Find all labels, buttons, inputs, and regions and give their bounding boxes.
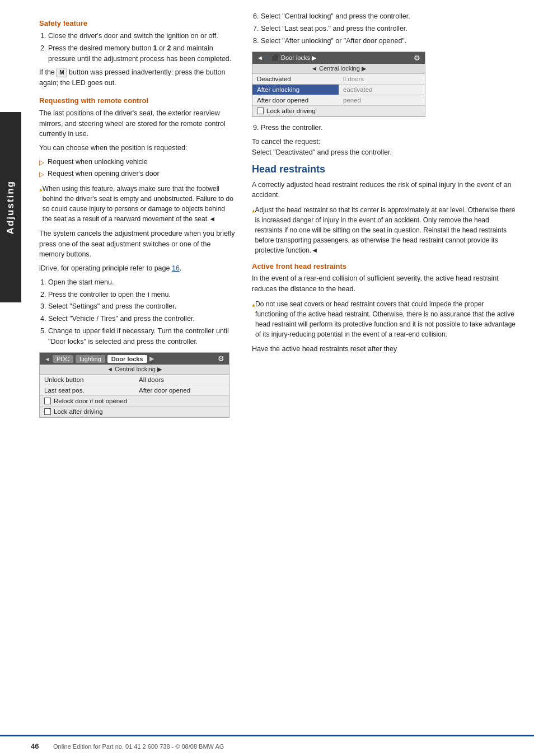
sidebar-adjusting: Adjusting [0,112,21,302]
left-column: Safety feature Close the driver's door a… [39,11,246,423]
requesting-section: Requesting with remote control The last … [39,96,235,418]
requesting-para2: You can choose when the position is requ… [39,143,235,153]
bullet-arrow-2: ▷ [39,169,44,179]
idrive-cell2-ll-doors: ll doors [339,74,425,84]
step-8: Select "After unlocking" or "After door … [261,36,517,46]
idrive-row2-afterunlocking: After unlocking eactivated [252,85,425,95]
step-2: Press the desired memory button 1 or 2 a… [48,43,235,64]
tab-lighting: Lighting [76,355,105,363]
bullet-door: ▷ Request when opening driver's door [39,169,235,179]
checkbox-lock [44,408,51,415]
right-step-9: Press the controller. [261,123,517,133]
page-number: 46 [31,742,48,750]
idrive-cell-unlock-label: Unlock button [40,375,134,385]
idrive-subheader-1: ◄ Central locking ▶ [40,365,229,375]
checkbox-lock2-label: Lock after driving [266,108,316,114]
idrive-subheader-2: ◄ Central locking ▶ [252,64,425,74]
requesting-steps: Open the start menu. Press the controlle… [48,277,235,347]
active-front-title: Active front head restraints [252,262,517,270]
idrive-checkbox-relock: Relock door if not opened [40,396,229,407]
requesting-warning-text: When using this feature, always make sur… [43,184,235,224]
req-step-3: Select "Settings" and press the controll… [48,301,235,312]
idrive-left-arrow: ◄ [44,356,50,362]
settings-icon-2: ⚙ [414,54,420,62]
idrive-row2-deactivated: Deactivated ll doors [252,74,425,85]
bullet-door-text: Request when opening driver's door [48,169,160,179]
settings-icon-1: ⚙ [218,354,224,363]
head-restraints-section: Head restraints A correctly adjusted hea… [252,164,517,256]
idrive-row2-afterdoor: After door opened pened [252,95,425,106]
requesting-para3: The system cancels the adjustment proced… [39,228,235,260]
idrive-row-unlock: Unlock button All doors [40,375,229,385]
head-restraints-title: Head restraints [252,164,517,175]
requesting-para1: The last positions of the driver's seat,… [39,108,235,139]
checkbox-lock-label: Lock after driving [54,408,103,415]
checkbox-relock [44,398,51,404]
active-front-section: Active front head restraints In the even… [252,262,517,354]
cancel-note: To cancel the request:Select "Deactivate… [252,137,517,158]
safety-feature-section: Safety feature Close the driver's door a… [39,19,235,88]
safety-feature-steps: Close the driver's door and switch the i… [48,31,235,64]
inadvertent-note: If the M button was pressed inadvertentl… [39,67,235,88]
idrive-tabs: ◄ PDC Lighting Door locks ▶ [44,355,154,363]
footer-text: Online Edition for Part no. 01 41 2 600 … [53,743,224,750]
tab-door-locks: Door locks [107,355,147,363]
checkbox-relock-label: Relock door if not opened [54,398,127,404]
bullet-unlock-text: Request when unlocking vehicle [48,157,148,167]
head-restraints-warning-text: Adjust the head restraint so that its ce… [255,205,517,255]
req-step-1: Open the start menu. [48,277,235,288]
active-front-para2: Have the active head restraints reset af… [252,344,517,354]
idrive-row-lastseat: Last seat pos. After door opened [40,385,229,396]
req-step-4: Select "Vehicle / Tires" and press the c… [48,314,235,324]
idrive-cell-unlock-value: All doors [134,375,229,385]
idrive-cell2-deactivated: Deactivated [252,74,339,84]
requesting-warning: ! When using this feature, always make s… [39,184,235,224]
head-restraints-warning: ! Adjust the head restraint so that its … [252,205,517,255]
req-step-2: Press the controller to open the i menu. [48,290,235,300]
step-9: Press the controller. [261,123,517,133]
active-front-warning-text: Do not use seat covers or head restraint… [255,299,517,339]
idrive-cell-lastseat-label: Last seat pos. [40,385,134,395]
active-front-para1: In the event of a rear-end collision of … [252,273,517,295]
tab-pdc: PDC [53,355,73,363]
bullet-unlock: ▷ Request when unlocking vehicle [39,157,235,167]
active-front-warning: ! Do not use seat covers or head restrai… [252,299,517,339]
step-1: Close the driver's door and switch the i… [48,31,235,41]
step-1-text: Close the driver's door and switch the i… [48,32,218,40]
idrive-screenshot-1: ◄ PDC Lighting Door locks ▶ ⚙ ◄ Central … [39,352,229,418]
bullet-arrow-1: ▷ [39,157,44,167]
sidebar-label: Adjusting [5,180,16,234]
checkbox-lock2 [257,108,264,114]
idrive-cell2-afterunlocking: After unlocking [252,85,339,95]
svg-text:!: ! [253,304,254,306]
idrive-screenshot-2: ◄ ✓⬛ Door locks ▶ ⚙ ◄ Central locking ▶ … [252,52,425,117]
idrive-cell-lastseat-value: After door opened [134,385,229,395]
idrive-cell2-pened: pened [339,95,425,105]
idrive-right-arrow: ▶ [149,355,154,362]
safety-feature-title: Safety feature [39,19,235,27]
idrive-note: iDrive, for operating principle refer to… [39,263,235,274]
idrive-cell2-afterdoor: After door opened [252,95,339,105]
idrive-header-1: ◄ PDC Lighting Door locks ▶ ⚙ [40,353,229,365]
svg-text:!: ! [253,210,254,212]
svg-text:!: ! [40,189,41,191]
requesting-title: Requesting with remote control [39,96,235,105]
right-column: Select "Central locking" and press the c… [246,11,517,423]
idrive-cell2-eactivated: eactivated [339,85,425,95]
step-2-text: Press the desired memory button 1 or 2 a… [48,44,231,63]
right-steps-6-8: Select "Central locking" and press the c… [261,11,517,46]
idrive-checkbox2-lock: Lock after driving [252,106,425,116]
step-7: Select "Last seat pos." and press the co… [261,24,517,34]
idrive-header2-left: ◄ ✓⬛ Door locks ▶ [257,54,316,62]
req-step-5: Change to upper field if necessary. Turn… [48,326,235,347]
idrive-checkbox-lock: Lock after driving [40,407,229,417]
page-footer: 46 Online Edition for Part no. 01 41 2 6… [0,735,534,756]
head-restraints-para1: A correctly adjusted head restraint redu… [252,180,517,201]
step-6: Select "Central locking" and press the c… [261,11,517,22]
idrive-header-2: ◄ ✓⬛ Door locks ▶ ⚙ [252,52,425,64]
